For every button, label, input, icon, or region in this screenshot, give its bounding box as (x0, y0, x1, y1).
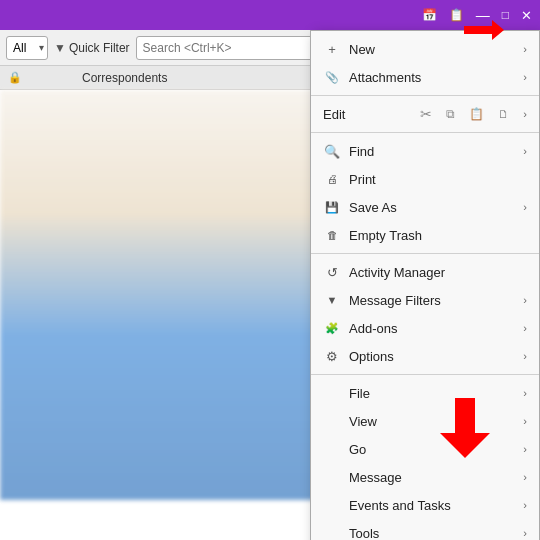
find-label: Find (349, 144, 519, 159)
tools-arrow: › (523, 527, 527, 539)
events-icon (323, 496, 341, 514)
options-label: Options (349, 349, 519, 364)
message-filters-icon: ▼ (323, 291, 341, 309)
go-icon (323, 440, 341, 458)
right-arrow-indicator (464, 18, 504, 42)
cut-icon[interactable]: ✂ (420, 106, 432, 122)
menu-item-go[interactable]: Go › (311, 435, 539, 463)
tools-label: Tools (349, 526, 519, 541)
new-icon: + (323, 40, 341, 58)
message-filters-label: Message Filters (349, 293, 519, 308)
menu-item-view[interactable]: View › (311, 407, 539, 435)
filter-icon: ▼ (54, 41, 66, 55)
menu-item-file[interactable]: File › (311, 379, 539, 407)
view-arrow: › (523, 415, 527, 427)
paste-icon[interactable]: 📋 (469, 107, 484, 121)
hamburger-dropdown: + New › 📎 Attachments › Edit ✂ ⧉ 📋 🗋 › 🔍… (310, 30, 540, 540)
menu-section-new: + New › 📎 Attachments › (311, 31, 539, 96)
task-icon[interactable]: 📋 (449, 8, 464, 22)
save-as-arrow: › (523, 201, 527, 213)
menu-item-edit[interactable]: Edit ✂ ⧉ 📋 🗋 › (311, 100, 539, 128)
go-arrow: › (523, 443, 527, 455)
message-icon (323, 468, 341, 486)
events-arrow: › (523, 499, 527, 511)
message-arrow: › (523, 471, 527, 483)
activity-manager-label: Activity Manager (349, 265, 527, 280)
menu-item-save-as[interactable]: 💾 Save As › (311, 193, 539, 221)
menu-item-options[interactable]: ⚙ Options › (311, 342, 539, 370)
menu-item-events-tasks[interactable]: Events and Tasks › (311, 491, 539, 519)
print-label: Print (349, 172, 527, 187)
addons-arrow: › (523, 322, 527, 334)
all-filter-select[interactable]: All (6, 36, 48, 60)
view-label: View (349, 414, 519, 429)
file-arrow: › (523, 387, 527, 399)
find-icon: 🔍 (323, 142, 341, 160)
trash-icon: 🗑 (323, 226, 341, 244)
copy-icon[interactable]: ⧉ (446, 107, 455, 121)
menu-item-message[interactable]: Message › (311, 463, 539, 491)
menu-item-new[interactable]: + New › (311, 35, 539, 63)
attachments-arrow: › (523, 71, 527, 83)
addons-icon: 🧩 (323, 319, 341, 337)
menu-item-addons[interactable]: 🧩 Add-ons › (311, 314, 539, 342)
menu-item-activity-manager[interactable]: ↺ Activity Manager (311, 258, 539, 286)
correspondents-header: Correspondents (82, 71, 167, 85)
lock-icon: 🔒 (8, 71, 22, 84)
find-arrow: › (523, 145, 527, 157)
addons-label: Add-ons (349, 321, 519, 336)
title-bar: 📅 📋 — □ ✕ (0, 0, 540, 30)
menu-section-edit: Edit ✂ ⧉ 📋 🗋 › (311, 96, 539, 133)
attachments-label: Attachments (349, 70, 519, 85)
svg-marker-1 (440, 398, 490, 458)
calendar-icon[interactable]: 📅 (422, 8, 437, 22)
file-icon (323, 384, 341, 402)
new-arrow: › (523, 43, 527, 55)
menu-section-file-ops: 🔍 Find › 🖨 Print 💾 Save As › 🗑 Empty Tra… (311, 133, 539, 254)
edit-label: Edit (323, 107, 420, 122)
close-btn[interactable]: ✕ (521, 8, 532, 23)
menu-item-attachments[interactable]: 📎 Attachments › (311, 63, 539, 91)
menu-item-empty-trash[interactable]: 🗑 Empty Trash (311, 221, 539, 249)
options-icon: ⚙ (323, 347, 341, 365)
save-as-icon: 💾 (323, 198, 341, 216)
all-filter-wrap: All (6, 36, 48, 60)
menu-item-print[interactable]: 🖨 Print (311, 165, 539, 193)
print-icon: 🖨 (323, 170, 341, 188)
go-label: Go (349, 442, 519, 457)
activity-icon: ↺ (323, 263, 341, 281)
options-arrow: › (523, 350, 527, 362)
clipboard-icon[interactable]: 🗋 (498, 108, 509, 120)
edit-arrow: › (523, 108, 527, 120)
empty-trash-label: Empty Trash (349, 228, 527, 243)
quick-filter-label: ▼ Quick Filter (54, 41, 130, 55)
attachments-icon: 📎 (323, 68, 341, 86)
down-arrow-indicator (440, 398, 490, 458)
svg-marker-0 (464, 20, 504, 40)
menu-section-tools: ↺ Activity Manager ▼ Message Filters › 🧩… (311, 254, 539, 375)
view-icon (323, 412, 341, 430)
message-label: Message (349, 470, 519, 485)
menu-item-tools[interactable]: Tools › (311, 519, 539, 540)
menu-item-find[interactable]: 🔍 Find › (311, 137, 539, 165)
file-label: File (349, 386, 519, 401)
menu-section-submenus: File › View › Go › Message › Events and … (311, 375, 539, 540)
events-tasks-label: Events and Tasks (349, 498, 519, 513)
menu-item-message-filters[interactable]: ▼ Message Filters › (311, 286, 539, 314)
message-filters-arrow: › (523, 294, 527, 306)
save-as-label: Save As (349, 200, 519, 215)
new-label: New (349, 42, 519, 57)
tools-icon (323, 524, 341, 540)
edit-actions: ✂ ⧉ 📋 🗋 › (420, 106, 527, 122)
